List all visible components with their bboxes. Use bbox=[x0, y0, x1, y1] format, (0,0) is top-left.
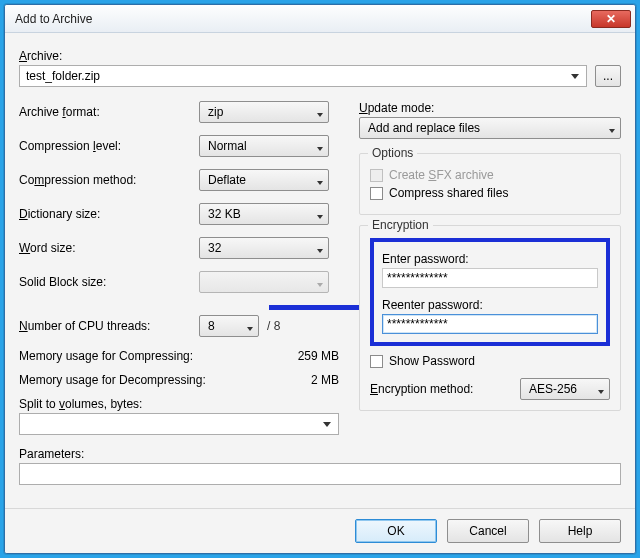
parameters-input[interactable] bbox=[19, 463, 621, 485]
reenter-password-input[interactable]: ************* bbox=[382, 314, 598, 334]
cpu-threads-select[interactable]: 8 bbox=[199, 315, 259, 337]
encryption-method-select[interactable]: AES-256 bbox=[520, 378, 610, 400]
compress-shared-label: Compress shared files bbox=[389, 186, 508, 200]
footer: OK Cancel Help bbox=[5, 508, 635, 553]
close-button[interactable]: ✕ bbox=[591, 10, 631, 28]
solid-block-size-select bbox=[199, 271, 329, 293]
cancel-button[interactable]: Cancel bbox=[447, 519, 529, 543]
dialog-window: Add to Archive ✕ Archive: test_folder.zi… bbox=[4, 4, 636, 554]
update-mode-label: Update mode: bbox=[359, 101, 621, 115]
archive-format-label: Archive format: bbox=[19, 105, 199, 119]
enter-password-input[interactable]: ************* bbox=[382, 268, 598, 288]
help-button[interactable]: Help bbox=[539, 519, 621, 543]
show-password-checkbox[interactable] bbox=[370, 355, 383, 368]
memory-decompress-label: Memory usage for Decompressing: bbox=[19, 373, 279, 387]
chevron-down-icon bbox=[317, 242, 323, 256]
chevron-down-icon bbox=[317, 106, 323, 120]
right-column: Update mode: Add and replace files Optio… bbox=[359, 101, 621, 435]
left-column: Archive format: zip Compression level: N… bbox=[19, 101, 339, 435]
parameters-label: Parameters: bbox=[19, 447, 621, 461]
encryption-highlight: Enter password: ************* Reenter pa… bbox=[370, 238, 610, 346]
titlebar: Add to Archive ✕ bbox=[5, 5, 635, 33]
archive-label: Archive: bbox=[19, 49, 621, 63]
cpu-threads-label: Number of CPU threads: bbox=[19, 319, 199, 333]
dictionary-size-select[interactable]: 32 KB bbox=[199, 203, 329, 225]
show-password-label: Show Password bbox=[389, 354, 475, 368]
solid-block-size-label: Solid Block size: bbox=[19, 275, 199, 289]
content-area: Archive: test_folder.zip ... Archive for… bbox=[5, 33, 635, 508]
memory-compress-value: 259 MB bbox=[279, 349, 339, 363]
memory-compress-label: Memory usage for Compressing: bbox=[19, 349, 279, 363]
compress-shared-checkbox[interactable] bbox=[370, 187, 383, 200]
create-sfx-label: Create SFX archive bbox=[389, 168, 494, 182]
word-size-select[interactable]: 32 bbox=[199, 237, 329, 259]
dictionary-size-label: Dictionary size: bbox=[19, 207, 199, 221]
chevron-down-icon bbox=[317, 276, 323, 290]
window-title: Add to Archive bbox=[9, 12, 591, 26]
chevron-down-icon[interactable] bbox=[566, 67, 584, 85]
update-mode-select[interactable]: Add and replace files bbox=[359, 117, 621, 139]
archive-path-input[interactable]: test_folder.zip bbox=[19, 65, 587, 87]
options-group-title: Options bbox=[368, 146, 417, 160]
annotation-arrow bbox=[19, 303, 339, 313]
compression-method-select[interactable]: Deflate bbox=[199, 169, 329, 191]
split-volumes-input[interactable] bbox=[19, 413, 339, 435]
compression-level-select[interactable]: Normal bbox=[199, 135, 329, 157]
chevron-down-icon bbox=[609, 122, 615, 136]
encryption-method-label: Encryption method: bbox=[370, 382, 508, 396]
chevron-down-icon bbox=[317, 174, 323, 188]
ok-button[interactable]: OK bbox=[355, 519, 437, 543]
reenter-password-label: Reenter password: bbox=[382, 298, 598, 312]
close-icon: ✕ bbox=[606, 12, 616, 26]
encryption-group-title: Encryption bbox=[368, 218, 433, 232]
memory-decompress-value: 2 MB bbox=[279, 373, 339, 387]
chevron-down-icon bbox=[598, 383, 604, 397]
chevron-down-icon bbox=[247, 320, 253, 334]
create-sfx-checkbox bbox=[370, 169, 383, 182]
archive-format-select[interactable]: zip bbox=[199, 101, 329, 123]
enter-password-label: Enter password: bbox=[382, 252, 598, 266]
browse-button[interactable]: ... bbox=[595, 65, 621, 87]
cpu-threads-total: / 8 bbox=[267, 319, 280, 333]
chevron-down-icon bbox=[317, 208, 323, 222]
compression-method-label: Compression method: bbox=[19, 173, 199, 187]
chevron-down-icon bbox=[317, 140, 323, 154]
split-volumes-label: Split to volumes, bytes: bbox=[19, 397, 339, 411]
compression-level-label: Compression level: bbox=[19, 139, 199, 153]
word-size-label: Word size: bbox=[19, 241, 199, 255]
chevron-down-icon[interactable] bbox=[318, 415, 336, 433]
